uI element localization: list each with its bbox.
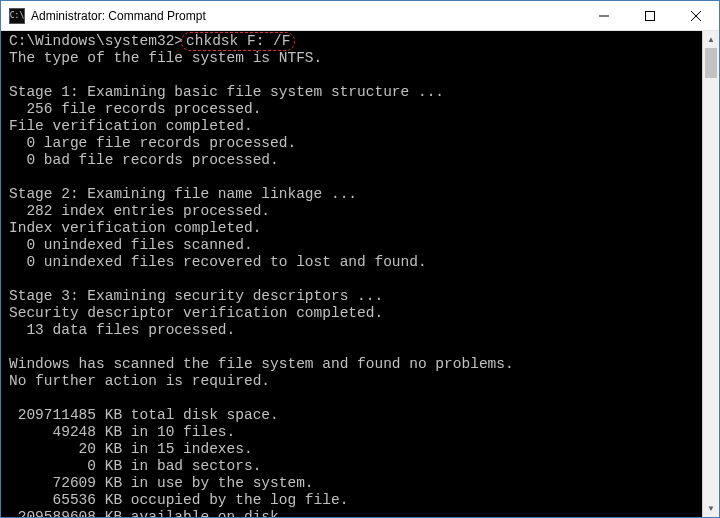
vertical-scrollbar[interactable]: ▲ ▼ <box>702 31 719 517</box>
prompt-text: C:\Windows\system32> <box>9 33 183 49</box>
minimize-button[interactable] <box>581 1 627 30</box>
cmd-icon: C:\ <box>9 8 25 24</box>
maximize-button[interactable] <box>627 1 673 30</box>
scroll-down-button[interactable]: ▼ <box>703 500 719 517</box>
client-area: C:\Windows\system32>chkdsk F: /F The typ… <box>1 31 719 517</box>
console-output[interactable]: C:\Windows\system32>chkdsk F: /F The typ… <box>1 31 719 517</box>
command-highlight: chkdsk F: /F <box>181 32 295 51</box>
command-text: chkdsk F: /F <box>186 33 290 49</box>
output-lines: The type of the file system is NTFS. Sta… <box>9 50 514 517</box>
scroll-up-button[interactable]: ▲ <box>703 31 719 48</box>
svg-rect-1 <box>646 11 655 20</box>
command-prompt-window: C:\ Administrator: Command Prompt C:\Win… <box>0 0 720 518</box>
window-title: Administrator: Command Prompt <box>25 9 581 23</box>
scroll-thumb[interactable] <box>705 48 717 78</box>
window-controls <box>581 1 719 30</box>
close-button[interactable] <box>673 1 719 30</box>
titlebar[interactable]: C:\ Administrator: Command Prompt <box>1 1 719 31</box>
scroll-track[interactable] <box>703 48 719 500</box>
